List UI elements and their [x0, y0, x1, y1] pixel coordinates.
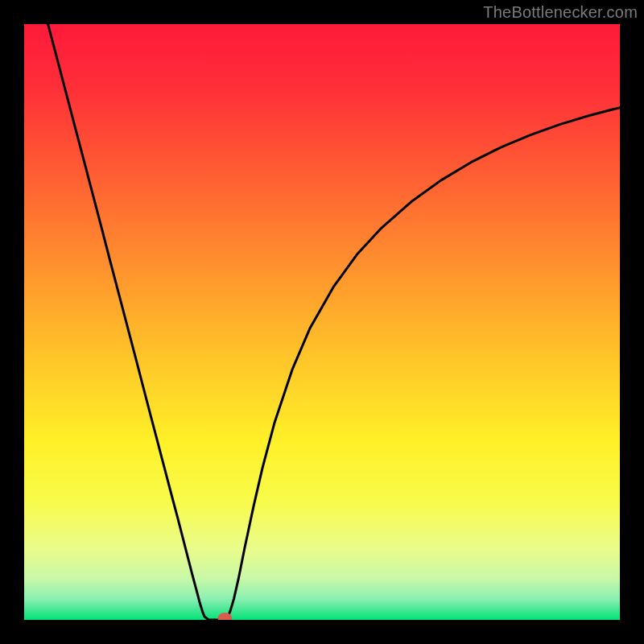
chart-svg	[24, 24, 620, 620]
gradient-background	[24, 24, 620, 620]
attribution-text: TheBottlenecker.com	[483, 3, 638, 22]
chart-frame: TheBottlenecker.com	[0, 0, 644, 644]
plot-area	[24, 24, 620, 620]
